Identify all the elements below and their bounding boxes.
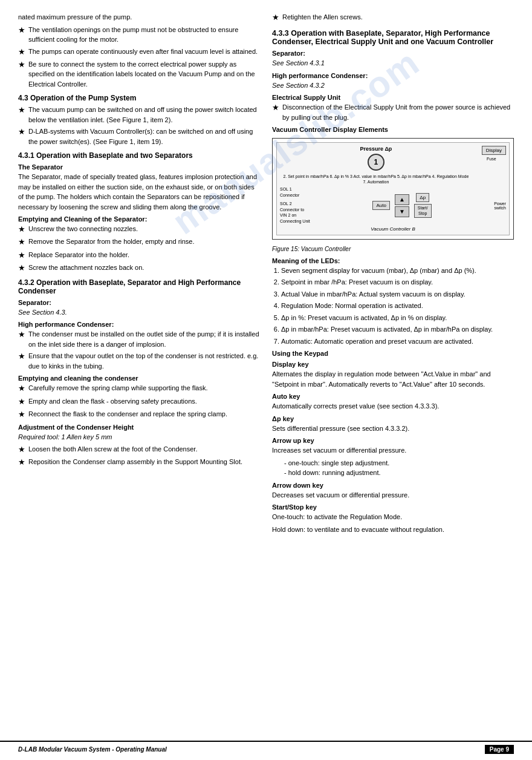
emptying-bullets: ★ Unscrew the two connecting nozzles. ★ … (18, 224, 260, 274)
bullet-item: ★ The condenser must be installed on the… (18, 329, 260, 349)
bullet-star: ★ (18, 47, 25, 57)
meaning-item-2: Setpoint in mbar /hPa: Preset vacuum is … (281, 277, 514, 287)
startstop-button[interactable]: Start/Stop (414, 204, 432, 218)
bullet-star: ★ (18, 329, 25, 340)
bullet-star: ★ (18, 237, 25, 247)
display-button[interactable]: Display (482, 146, 506, 155)
meaning-item-6: Δp in mbar/hPa: Preset vacuum is activat… (281, 324, 514, 335)
auto-key-text: Automatically corrects preset value (see… (272, 401, 514, 411)
arrow-down-text: Decreases set vacuum or differential pre… (272, 490, 514, 500)
bullet-star: ★ (18, 105, 25, 116)
retighten-bullet: ★ Retighten the Allen screws. (272, 12, 514, 23)
bullet-item: ★ Be sure to connect the system to the c… (18, 59, 260, 90)
power-switch-label: Powerswitch (494, 201, 506, 210)
section-433-heading: 4.3.3 Operation with Baseplate, Separato… (272, 29, 514, 46)
display-key-text: Alternates the display in regulation mod… (272, 369, 514, 389)
bullet-item: ★ Remove the Separator from the holder, … (18, 237, 260, 247)
arrow-up-sub1: - one-touch: single step adjustment. (272, 458, 514, 468)
right-column: ★ Retighten the Allen screws. 4.3.3 Oper… (272, 12, 514, 537)
section-43-heading: 4.3 Operation of the Pump System (18, 94, 260, 102)
meaning-item-5: Δp in %: Preset vacuum is activated, Δp … (281, 313, 514, 323)
bullet-star: ★ (18, 383, 25, 394)
main-content: nated maximum pressure of the pump. ★ Th… (18, 12, 514, 537)
bullet-item: ★ The ventilation openings on the pump m… (18, 25, 260, 45)
bullet-star: ★ (18, 444, 25, 455)
bullet-star: ★ (18, 224, 25, 235)
bullet-star: ★ (18, 457, 25, 468)
emptying-heading: Emptying and Cleaning of the Separator: (18, 215, 260, 223)
emptying-condenser-bullets: ★ Carefully remove the spring clamp whil… (18, 383, 260, 420)
ap-key-heading: Δp key (272, 415, 514, 422)
adjustment-heading: Adjustment of the Condenser Height (18, 424, 260, 431)
electrical-bullet: ★ Disconnection of the Electrical Supply… (272, 102, 514, 122)
adjustment-required: Required tool: 1 Allen key 5 mm (18, 432, 260, 442)
bullet-star: ★ (272, 102, 279, 113)
intro-text: nated maximum pressure of the pump. (18, 12, 260, 22)
vc-top-row: Pressure Δp 1 2. Set point in mbar/hPa 6… (280, 146, 506, 184)
separator-text: The Separator, made of specially treated… (18, 172, 260, 212)
high-perf-heading: High performance Condenser: (18, 321, 260, 328)
section-432-heading: 4.3.2 Operation with Baseplate, Separato… (18, 278, 260, 295)
bullet-star: ★ (18, 25, 25, 36)
adjustment-bullets: ★ Loosen the both Allen screw at the foo… (18, 444, 260, 468)
sol1-label: SOL 1Connector (280, 186, 310, 198)
auto-key-heading: Auto key (272, 393, 514, 400)
vc-display-circle: 1 (368, 154, 384, 171)
sep432-label: Separator: (18, 299, 260, 306)
hp-condenser433-ref: See Section 4.3.2 (272, 80, 514, 91)
left-column: nated maximum pressure of the pump. ★ Th… (18, 12, 260, 537)
vc-inner: Pressure Δp 1 2. Set point in mbar/hPa 6… (276, 142, 510, 235)
sep433-label: Separator: (272, 50, 514, 57)
bullet-item: ★ Reposition the Condenser clamp assembl… (18, 457, 260, 468)
section-431-heading: 4.3.1 Operation with Baseplate and two S… (18, 151, 260, 160)
bullet-star: ★ (18, 396, 25, 407)
meaning-item-7: Automatic: Automatic operation and prese… (281, 336, 514, 347)
arrow-up-heading: Arrow up key (272, 437, 514, 444)
bullet-item: ★ Ensure that the vapour outlet on the t… (18, 351, 260, 371)
startstop-heading: Start/Stop key (272, 503, 514, 511)
meaning-list: Seven segment display for vacuum (mbar),… (272, 266, 514, 347)
vacuum-controller-diagram: Pressure Δp 1 2. Set point in mbar/hPa 6… (272, 138, 514, 240)
vc-heading: Vacuum Controller Display Elements (272, 126, 514, 133)
ap-button[interactable]: Δp (416, 193, 429, 202)
arrow-up-sub2: - hold down: running adjustment. (272, 468, 514, 478)
bullet-item: ★ The pumps can operate continuously eve… (18, 47, 260, 57)
sep432-ref: See Section 4.3. (18, 307, 260, 318)
bullet-item: ★ Loosen the both Allen screw at the foo… (18, 444, 260, 455)
keypad-heading: Using the Keypad (272, 350, 514, 357)
bullet-item: ★ D-LAB-systems with Vacuum Controller(s… (18, 126, 260, 146)
display-key-heading: Display key (272, 361, 514, 368)
bullet-star: ★ (18, 409, 25, 420)
footer: D-LAB Modular Vacuum System - Operating … (0, 741, 532, 754)
vc-bottom-label: Vacuum Controller B (280, 226, 506, 232)
vc-row2-labels: 2. Set point in mbar/hPa 6. Δp in % 3 Ac… (280, 174, 472, 184)
emptying-condenser-heading: Emptying and cleaning the condenser (18, 375, 260, 382)
fuse-label: Fuse (487, 157, 496, 161)
bullet-item: ★ Carefully remove the spring clamp whil… (18, 383, 260, 394)
hp-condenser433-label: High performance Condenser: (272, 72, 514, 79)
pressure-label: Pressure Δp (360, 146, 392, 152)
arrow-up-text: Increases set vacuum or differential pre… (272, 445, 514, 456)
electrical-heading: Electrical Supply Unit (272, 94, 514, 101)
arrow-down-heading: Arrow down key (272, 482, 514, 489)
footer-left: D-LAB Modular Vacuum System - Operating … (18, 746, 167, 753)
page-container: manualslib.com nated maximum pressure of… (0, 0, 532, 760)
ap-key-text: Sets differential pressure (see section … (272, 424, 514, 434)
auto-button[interactable]: Auto (372, 201, 389, 210)
arrow-up-button[interactable]: ▲ (395, 194, 409, 205)
arrow-down-button[interactable]: ▼ (395, 206, 409, 217)
sep433-ref: See Section 4.3.1 (272, 58, 514, 68)
vc-controls: Auto ▲ ▼ Δp Start/Stop (310, 193, 494, 218)
bullet-item: ★ Screw the attachment nozzles back on. (18, 263, 260, 274)
startstop-text2: Hold down: to ventilate and to evacuate … (272, 525, 514, 535)
separator-subheading: The Separator (18, 163, 260, 171)
bullet-star: ★ (18, 250, 25, 261)
bullet-item: ★ Replace Separator into the holder. (18, 250, 260, 261)
meaning-item-4: Regulation Mode: Normal operation is act… (281, 301, 514, 311)
vc-middle-row: SOL 1Connector SOL 2Connector toVIN 2 on… (280, 186, 506, 224)
bullet-item: ★ Reconnect the flask to the condenser a… (18, 409, 260, 420)
bullet-star: ★ (272, 12, 279, 23)
sol-labels: SOL 1Connector SOL 2Connector toVIN 2 on… (280, 186, 310, 224)
meaning-item-3: Actual Value in mbar/hPa: Actual system … (281, 289, 514, 300)
meaning-heading: Meaning of the LEDs: (272, 257, 514, 264)
